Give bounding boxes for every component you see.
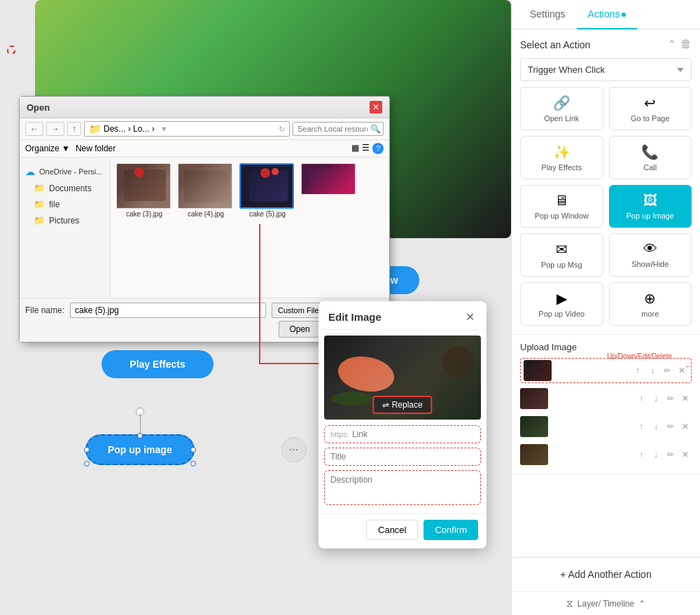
edit-button-1[interactable]: ✏ [661,366,673,375]
sidebar-item-pictures[interactable]: 📁 Pictures [20,212,110,228]
search-input[interactable] [298,125,368,133]
file-label-cake4: cake (4).jpg [178,210,234,218]
pictures-label: Pictures [49,216,79,226]
more-label: more [641,310,659,318]
file-item-cake4[interactable]: cake (4).jpg [178,163,234,218]
delete-button-3[interactable]: ✕ [679,422,692,431]
handle-middle-left[interactable] [84,447,90,452]
file-label-cake3: cake (3).jpg [116,210,172,218]
image-row-2-actions: ↑ ↓ ✏ ✕ [635,394,692,403]
file-dialog-title: Open [27,102,50,113]
select-action-section: Select an Action ⌃ 🗑 Trigger When Click … [512,29,700,335]
title-input-row [324,448,481,466]
sidebar-item-onedrive[interactable]: ☁ OneDrive - Persi... [20,163,110,180]
modal-close-button[interactable]: ✕ [463,310,477,324]
up-button-1[interactable]: ↑ [631,366,644,375]
action-call[interactable]: 📞 Call [609,136,692,179]
delete-button-4[interactable]: ✕ [679,450,692,459]
nav-forward-button[interactable]: → [46,122,64,136]
edit-button-2[interactable]: ✏ [664,394,677,403]
file-dialog-titlebar: Open ✕ [20,97,389,118]
nav-up-button[interactable]: ↑ [67,122,81,136]
view-controls: ▦ ☰ ? [351,143,384,154]
edit-button-3[interactable]: ✏ [664,422,677,431]
modal-header: Edit Image ✕ [318,301,486,330]
up-button-2[interactable]: ↑ [635,394,648,403]
handle-bottom-right[interactable] [190,461,196,467]
down-button-4[interactable]: ↓ [650,450,662,459]
open-button[interactable]: Open [279,321,320,338]
layer-timeline[interactable]: ⧖ Layer/ Timeline ⌃ [512,591,700,615]
search-bar[interactable]: 🔍 [293,122,384,136]
add-another-action-button[interactable]: + Add Another Action [512,558,700,591]
play-effects-button[interactable]: Play Effects [102,350,214,378]
documents-folder-icon: 📁 [34,183,45,193]
panel-tabs: Settings Actions [512,0,700,29]
image-row-1: ↑ ↓ ✏ ✕ [520,358,692,383]
action-popup-image[interactable]: 🖼 Pop up Image [609,185,692,228]
action-go-to-page[interactable]: ↩ Go to Page [609,87,692,130]
detail-view-icon[interactable]: ☰ [362,143,370,154]
sidebar-item-documents[interactable]: 📁 Documents [20,180,110,196]
handle-middle-right[interactable] [190,447,196,452]
path-bar[interactable]: 📁 Des... › Lo... › ▼ ↻ [84,121,290,137]
refresh-icon[interactable]: ↻ [279,125,285,134]
sidebar-item-file[interactable]: 📁 file [20,196,110,212]
tab-actions[interactable]: Actions [577,0,637,29]
list-view-icon[interactable]: ▦ [351,143,359,154]
file-item-cake5[interactable]: cake (5).jpg [239,163,295,218]
down-button-3[interactable]: ↓ [650,422,662,431]
delete-button-2[interactable]: ✕ [679,394,692,403]
modal-inputs: https: [318,425,486,513]
popup-image-label: Pop up Image [626,212,675,220]
upload-image-section: Upload Image Up/Down/Edit/Delete ← ↑ ↓ ✏… [512,335,700,475]
file-dialog-wrapper: Open ✕ ← → ↑ 📁 Des... › Lo... › ▼ ↻ 🔍 [7,46,15,54]
image-row-3: ↑ ↓ ✏ ✕ [520,414,692,439]
go-to-page-label: Go to Page [631,114,670,123]
handle-top-center[interactable] [137,433,143,438]
handle-bottom-left[interactable] [84,461,90,467]
file-name-input[interactable] [70,303,266,318]
action-open-link[interactable]: 🔗 Open Link [520,87,603,130]
down-button-1[interactable]: ↓ [646,366,659,375]
more-options-button[interactable]: ··· [281,437,307,462]
modal-cancel-button[interactable]: Cancel [366,520,418,540]
description-textarea[interactable] [324,470,481,505]
popup-image-element[interactable]: Pop up image [85,434,195,465]
action-more[interactable]: ⊕ more [609,282,692,326]
layer-timeline-icon: ⧖ [566,597,573,609]
modal-confirm-button[interactable]: Confirm [424,520,478,540]
action-popup-msg[interactable]: ✉ Pop up Msg [520,233,603,277]
organize-button[interactable]: Organize ▼ [25,144,70,153]
action-popup-video[interactable]: ▶ Pop up Video [520,282,603,326]
path-folder-icon: 📁 [89,123,101,134]
nav-back-button[interactable]: ← [25,122,43,136]
file-dialog-close-button[interactable]: ✕ [370,101,382,113]
action-play-effects[interactable]: ✨ Play Effects [520,136,603,179]
image-thumb-1 [524,360,552,381]
file-item-cake6[interactable] [301,163,357,218]
popup-window-icon: 🖥 [554,193,568,209]
up-button-3[interactable]: ↑ [635,422,648,431]
help-icon[interactable]: ? [372,143,384,154]
title-input[interactable] [330,452,475,462]
file-item-cake3[interactable]: cake (3).jpg [116,163,172,218]
action-popup-window[interactable]: 🖥 Pop up Window [520,185,603,228]
link-input[interactable] [352,429,475,439]
tab-settings[interactable]: Settings [519,0,577,29]
file-thumb-cake5 [239,163,294,209]
down-button-2[interactable]: ↓ [650,394,662,403]
edit-button-4[interactable]: ✏ [664,450,677,459]
section-action-icons: ⌃ 🗑 [667,38,692,51]
file-thumb-cake6 [301,163,356,195]
delete-icon[interactable]: 🗑 [680,38,692,51]
replace-badge[interactable]: ⇌ Replace [372,396,432,414]
file-grid: cake (3).jpg cake (4).jpg [111,158,389,298]
up-button-4[interactable]: ↑ [635,450,648,459]
new-folder-button[interactable]: New folder [76,144,115,153]
trigger-select[interactable]: Trigger When Click [520,58,692,81]
more-icon: ⊕ [644,290,656,307]
action-show-hide[interactable]: 👁 Show/Hide [609,233,692,277]
file-thumb-cake4 [178,163,232,209]
collapse-icon[interactable]: ⌃ [667,38,676,51]
